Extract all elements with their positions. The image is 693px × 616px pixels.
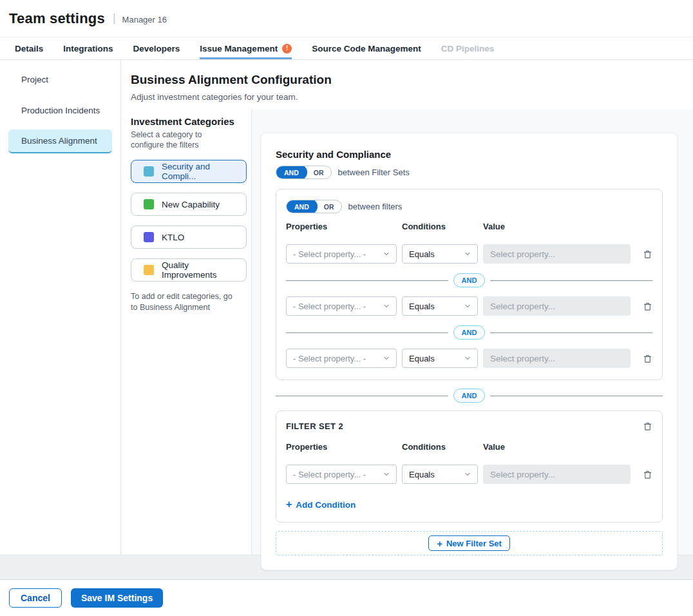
chevron-down-icon	[464, 470, 471, 478]
toggle-caption: between filters	[348, 202, 403, 211]
properties-header: Properties	[286, 222, 397, 231]
property-select[interactable]: - Select property... -	[286, 465, 397, 484]
value-input[interactable]	[483, 465, 631, 484]
category-config-card: Security and Compliance AND OR between F…	[261, 133, 678, 570]
plus-icon: +	[286, 499, 292, 510]
and-segment[interactable]: AND	[286, 200, 318, 213]
conditions-header: Conditions	[402, 442, 478, 452]
value-input[interactable]	[483, 296, 631, 316]
filter-row: - Select property... - Equals	[286, 296, 652, 316]
value-header: Value	[483, 222, 631, 231]
and-or-toggle-filter-sets[interactable]: AND OR	[276, 166, 332, 179]
filter-column-headers: Properties Conditions Value	[286, 442, 652, 452]
or-segment[interactable]: OR	[307, 166, 331, 179]
filter-set-1: AND OR between filters Properties Condit…	[276, 189, 663, 380]
properties-header: Properties	[286, 442, 397, 452]
chevron-down-icon	[383, 354, 390, 362]
value-header: Value	[483, 442, 631, 452]
delete-filter-button[interactable]	[643, 470, 652, 479]
plus-icon: +	[437, 539, 442, 548]
content-area: Project Production Incidents Business Al…	[0, 60, 693, 555]
section-subtitle: Adjust investment categories for your te…	[131, 92, 693, 102]
trash-icon	[643, 421, 652, 431]
main-header: Business Alignment Configuration Adjust …	[121, 60, 693, 110]
category-color-swatch	[144, 199, 154, 209]
conditions-header: Conditions	[402, 222, 478, 231]
and-segment[interactable]: AND	[276, 166, 307, 179]
condition-select[interactable]: Equals	[402, 296, 478, 316]
delete-filter-button[interactable]	[643, 249, 652, 259]
sidebar-item-project[interactable]: Project	[8, 68, 112, 91]
app-header: Team settings | Manager 16	[0, 0, 693, 37]
alert-badge-icon: !	[282, 44, 292, 53]
chevron-down-icon	[383, 302, 390, 310]
tab-source-code-management[interactable]: Source Code Management	[312, 37, 421, 59]
sidebar-item-business-alignment[interactable]: Business Alignment	[8, 130, 112, 153]
filter-config-region: Security and Compliance AND OR between F…	[252, 110, 693, 555]
category-color-swatch	[144, 166, 154, 177]
and-or-toggle-filters[interactable]: AND OR	[286, 200, 342, 213]
settings-sidebar: Project Production Incidents Business Al…	[0, 60, 121, 555]
or-segment[interactable]: OR	[317, 200, 341, 213]
and-connector-between-sets: AND	[276, 389, 663, 403]
delete-filter-button[interactable]	[643, 302, 652, 311]
save-im-settings-button[interactable]: Save IM Settings	[71, 588, 163, 608]
category-color-swatch	[144, 232, 154, 242]
new-filter-set-button[interactable]: + New Filter Set	[428, 535, 510, 551]
sidebar-item-production-incidents[interactable]: Production Incidents	[8, 99, 112, 122]
categories-hint: Select a category to configure the filte…	[131, 130, 234, 150]
filter-row: - Select property... - Equals	[286, 244, 652, 264]
chevron-down-icon	[383, 250, 390, 258]
value-input[interactable]	[483, 244, 631, 264]
trash-icon	[643, 470, 652, 479]
condition-select[interactable]: Equals	[402, 349, 478, 368]
categories-footnote: To add or edit categories, go to Busines…	[131, 291, 240, 313]
filter-set-2: FILTER SET 2 Properties Conditions Value…	[276, 410, 663, 523]
property-select[interactable]: - Select property... -	[286, 349, 397, 368]
tab-issue-management[interactable]: Issue Management !	[200, 37, 292, 59]
delete-filter-button[interactable]	[643, 354, 652, 363]
and-connector: AND	[286, 325, 652, 340]
chevron-down-icon	[464, 302, 471, 310]
tab-integrations[interactable]: Integrations	[63, 37, 113, 59]
chevron-down-icon	[464, 354, 471, 362]
filter-row: - Select property... - Equals	[286, 465, 652, 484]
config-card-title: Security and Compliance	[276, 149, 663, 160]
filter-column-headers: Properties Conditions Value	[286, 222, 652, 231]
condition-select[interactable]: Equals	[402, 244, 478, 264]
cancel-button[interactable]: Cancel	[9, 588, 62, 608]
tab-bar: Details Integrations Developers Issue Ma…	[0, 37, 693, 60]
condition-select[interactable]: Equals	[402, 465, 478, 484]
trash-icon	[643, 249, 652, 259]
property-select[interactable]: - Select property... -	[286, 296, 397, 316]
tab-details[interactable]: Details	[15, 37, 43, 59]
tab-cd-pipelines: CD Pipelines	[441, 37, 495, 59]
investment-categories-panel: Investment Categories Select a category …	[121, 110, 252, 555]
toggle-caption: between Filter Sets	[338, 168, 410, 177]
category-new-capability[interactable]: New Capability	[131, 193, 247, 216]
chevron-down-icon	[464, 250, 471, 258]
add-condition-button[interactable]: + Add Condition	[286, 499, 356, 510]
chevron-down-icon	[383, 470, 390, 478]
trash-icon	[643, 354, 652, 363]
property-select[interactable]: - Select property... -	[286, 244, 397, 264]
page-title: Team settings	[9, 10, 105, 27]
action-footer: Cancel Save IM Settings	[0, 579, 693, 616]
category-color-swatch	[144, 265, 154, 275]
title-separator: |	[113, 12, 116, 25]
trash-icon	[643, 302, 652, 311]
delete-filter-set-button[interactable]	[643, 421, 652, 431]
new-filter-set-dropzone: + New Filter Set	[276, 531, 663, 555]
category-security-and-compliance[interactable]: Security and Compli...	[131, 160, 247, 183]
and-connector: AND	[286, 273, 652, 287]
filter-set-2-title: FILTER SET 2	[286, 421, 343, 431]
value-input[interactable]	[483, 349, 631, 368]
filter-row: - Select property... - Equals	[286, 349, 652, 368]
main-panel: Business Alignment Configuration Adjust …	[121, 60, 693, 555]
categories-title: Investment Categories	[131, 116, 243, 127]
team-name: Manager 16	[122, 13, 167, 24]
category-quality-improvements[interactable]: Quality Improvements	[131, 258, 247, 282]
tab-developers[interactable]: Developers	[133, 37, 180, 59]
section-title: Business Alignment Configuration	[131, 73, 693, 87]
category-ktlo[interactable]: KTLO	[131, 226, 247, 249]
